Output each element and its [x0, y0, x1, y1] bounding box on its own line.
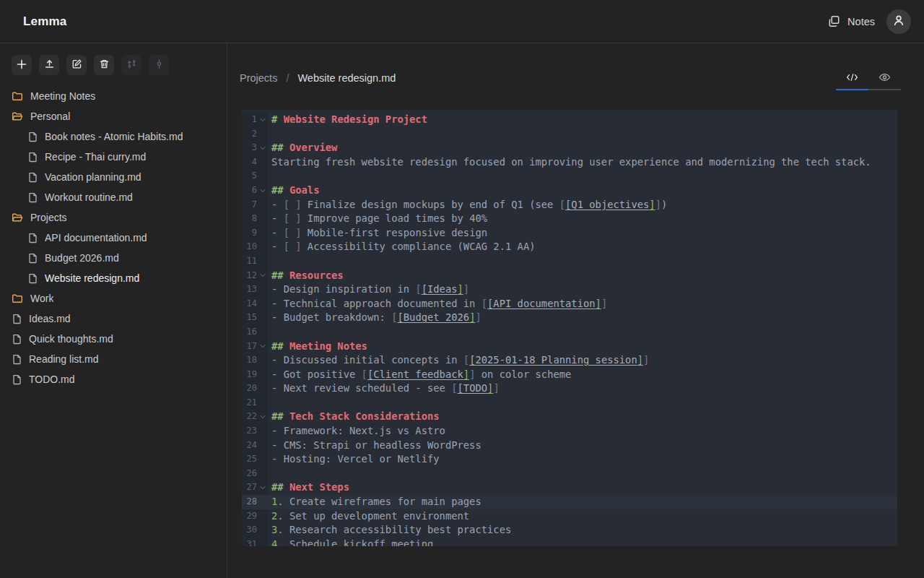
tree-file-item[interactable]: Ideas.md — [0, 309, 227, 329]
editor-line[interactable]: 314. Schedule kickoff meeting — [242, 538, 897, 546]
fold-chevron-icon[interactable] — [260, 272, 266, 278]
editor-line-content[interactable] — [268, 396, 897, 410]
editor-line-content[interactable]: - Framework: Next.js vs Astro — [268, 424, 897, 439]
wiki-link[interactable]: [API documentation — [487, 298, 596, 309]
editor-line-content[interactable] — [268, 254, 897, 269]
editor-line[interactable]: 23- Framework: Next.js vs Astro — [242, 424, 897, 439]
delete-button[interactable] — [94, 55, 114, 75]
fold-chevron-icon[interactable] — [260, 485, 266, 491]
editor-line[interactable]: 16 — [242, 325, 897, 340]
editor-line-content[interactable]: - [ ] Mobile-first responsive design — [268, 226, 897, 241]
tree-folder-item[interactable]: Personal — [0, 106, 227, 126]
tree-folder-item[interactable]: Meeting Notes — [0, 86, 227, 106]
tree-file-item[interactable]: Quick thoughts.md — [0, 329, 227, 349]
editor-line[interactable]: 10- [ ] Accessibility compliance (WCAG 2… — [242, 240, 897, 254]
editor-line-content[interactable]: - [ ] Finalize design mockups by end of … — [268, 198, 897, 212]
editor-line-content[interactable]: 4. Schedule kickoff meeting — [268, 538, 897, 546]
tree-folder-item[interactable]: Projects — [0, 207, 227, 228]
tree-file-item[interactable]: Reading list.md — [0, 349, 227, 369]
editor-line[interactable]: 292. Set up development environment — [242, 509, 897, 524]
editor-line[interactable]: 27## Next Steps — [242, 480, 897, 495]
editor-line[interactable]: 12## Resources — [242, 269, 897, 283]
fold-chevron-icon[interactable] — [260, 188, 266, 194]
wiki-link[interactable]: ] — [463, 368, 469, 380]
editor-line-content[interactable]: - Design inspiration in [[Ideas]] — [268, 282, 897, 297]
editor-line-content[interactable] — [268, 325, 897, 340]
edit-button[interactable] — [66, 55, 87, 75]
tree-file-item[interactable]: Budget 2026.md — [0, 248, 227, 268]
editor-line[interactable]: 14- Technical approach documented in [[A… — [242, 297, 897, 311]
editor-line[interactable]: 3## Overview — [242, 141, 897, 155]
editor-line[interactable]: 303. Research accessibility best practic… — [242, 523, 897, 538]
editor-line-content[interactable]: ## Overview — [268, 141, 897, 155]
editor-line-content[interactable]: - CMS: Strapi or headless WordPress — [268, 439, 897, 453]
editor-line[interactable]: 8- [ ] Improve page load times by 40% — [242, 212, 897, 226]
editor-line[interactable]: 18- Discussed initial concepts in [[2025… — [242, 353, 897, 368]
editor-line[interactable]: 7- [ ] Finalize design mockups by end of… — [242, 198, 897, 212]
editor-line-content[interactable]: - [ ] Accessibility compliance (WCAG 2.1… — [268, 240, 897, 254]
fold-chevron-icon[interactable] — [260, 414, 266, 420]
editor-line-content[interactable]: ## Next Steps — [268, 480, 897, 495]
upload-button[interactable] — [39, 55, 59, 75]
editor-line-content[interactable]: # Website Redesign Project — [268, 113, 897, 127]
fold-chevron-icon[interactable] — [260, 145, 266, 151]
tree-file-item[interactable]: Website redesign.md — [0, 268, 227, 288]
editor-line[interactable]: 5 — [242, 169, 897, 184]
notes-button[interactable]: Notes — [827, 14, 875, 28]
editor-line-content[interactable]: 2. Set up development environment — [268, 509, 897, 524]
tree-file-item[interactable]: API documentation.md — [0, 228, 227, 248]
editor-line[interactable]: 15- Budget breakdown: [[Budget 2026]] — [242, 311, 897, 325]
editor-line[interactable]: 281. Create wireframes for main pages — [242, 495, 897, 509]
editor-line[interactable]: 21 — [242, 396, 897, 410]
editor-line-content[interactable]: ## Goals — [268, 184, 897, 198]
editor-line-content[interactable]: - Next review scheduled - see [[TODO]] — [268, 381, 897, 396]
editor-line-content[interactable]: ## Tech Stack Considerations — [268, 410, 897, 424]
editor-line[interactable]: 11 — [242, 254, 897, 269]
wiki-link[interactable]: [Budget 2026 — [397, 311, 469, 323]
tree-file-item[interactable]: Workout routine.md — [0, 187, 227, 207]
editor-line[interactable]: 2 — [242, 127, 897, 142]
breadcrumb-folder[interactable]: Projects — [240, 72, 277, 84]
wiki-link[interactable]: ] — [637, 354, 643, 366]
editor-line[interactable]: 24- CMS: Strapi or headless WordPress — [242, 439, 897, 453]
editor-line-content[interactable]: - Technical approach documented in [[API… — [268, 297, 897, 311]
editor-line-content[interactable]: - [ ] Improve page load times by 40% — [268, 212, 897, 226]
editor-line[interactable]: 22## Tech Stack Considerations — [242, 410, 897, 424]
editor-line-content[interactable]: - Budget breakdown: [[Budget 2026]] — [268, 311, 897, 325]
user-avatar[interactable] — [886, 9, 911, 34]
editor-line-content[interactable] — [268, 467, 897, 481]
editor-line[interactable]: 26 — [242, 467, 897, 481]
editor-line-content[interactable]: - Discussed initial concepts in [[2025-0… — [268, 353, 897, 368]
wiki-link[interactable]: ] — [649, 199, 655, 210]
editor-line[interactable]: 1# Website Redesign Project — [242, 113, 897, 127]
wiki-link[interactable]: [Q1 objectives — [565, 199, 649, 210]
wiki-link[interactable]: [2025-01-18 Planning session — [469, 354, 637, 366]
editor-line-content[interactable]: ## Resources — [268, 269, 897, 283]
tree-file-item[interactable]: Book notes - Atomic Habits.md — [0, 126, 227, 147]
editor-line-content[interactable] — [268, 169, 897, 184]
editor-line[interactable]: 4Starting fresh website redesign focused… — [242, 155, 897, 170]
editor-line[interactable]: 20- Next review scheduled - see [[TODO]] — [242, 381, 897, 396]
tree-folder-item[interactable]: Work — [0, 288, 227, 309]
wiki-link[interactable]: ] — [596, 298, 601, 309]
code-view-tab[interactable] — [836, 72, 868, 84]
editor-line[interactable]: 6## Goals — [242, 184, 897, 198]
markdown-editor[interactable]: 1# Website Redesign Project23## Overview… — [242, 110, 897, 546]
editor-line-content[interactable]: Starting fresh website redesign focused … — [268, 155, 897, 170]
editor-line-content[interactable]: - Hosting: Vercel or Netlify — [268, 452, 897, 467]
wiki-link[interactable]: [Client feedback — [367, 368, 463, 380]
editor-line-content[interactable]: 1. Create wireframes for main pages — [268, 495, 897, 509]
editor-line[interactable]: 9- [ ] Mobile-first responsive design — [242, 226, 897, 241]
editor-line[interactable]: 13- Design inspiration in [[Ideas]] — [242, 282, 897, 297]
fold-chevron-icon[interactable] — [260, 343, 266, 349]
tree-file-item[interactable]: Vacation planning.md — [0, 167, 227, 187]
editor-line[interactable]: 19- Got positive [[Client feedback]] on … — [242, 368, 897, 382]
editor-line-content[interactable]: 3. Research accessibility best practices — [268, 523, 897, 538]
wiki-link[interactable]: [Ideas — [422, 283, 458, 295]
editor-line-content[interactable] — [268, 127, 897, 142]
tree-file-item[interactable]: TODO.md — [0, 369, 227, 389]
new-note-button[interactable] — [12, 55, 32, 75]
editor-line[interactable]: 25- Hosting: Vercel or Netlify — [242, 452, 897, 467]
fold-chevron-icon[interactable] — [260, 117, 266, 123]
editor-line-content[interactable]: - Got positive [[Client feedback]] on co… — [268, 368, 897, 382]
